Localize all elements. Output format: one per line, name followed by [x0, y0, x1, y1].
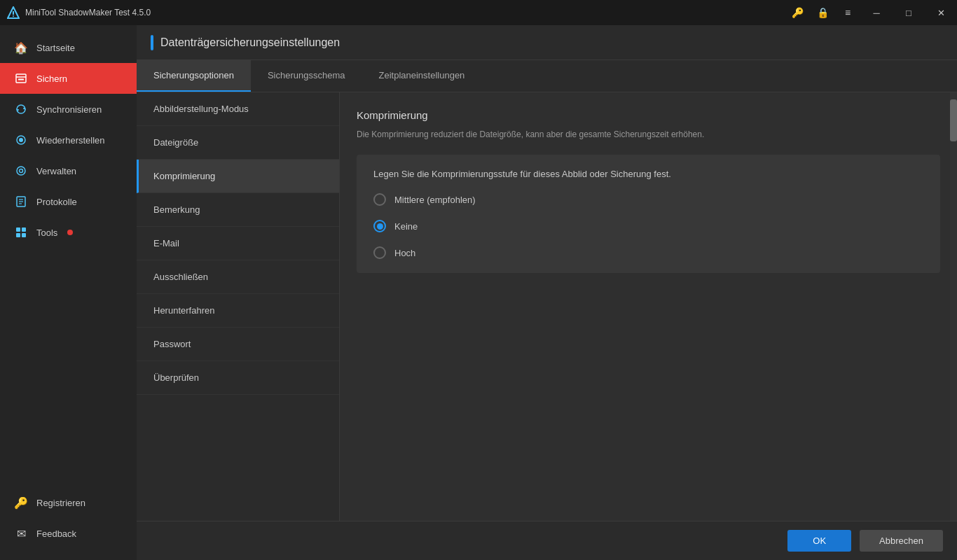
svg-point-2 — [13, 15, 14, 17]
sidebar-label-verwalten: Verwalten — [36, 166, 76, 176]
compression-box: Legen Sie die Komprimierungsstufe für di… — [357, 155, 940, 273]
sidebar-bottom: 🔑 Registrieren ✉ Feedback — [0, 487, 137, 560]
radio-label-mittlere: Mittlere (empfohlen) — [394, 195, 476, 205]
key-nav-icon: 🔑 — [14, 496, 28, 510]
backup-icon — [14, 71, 28, 85]
sidebar-label-registrieren: Registrieren — [36, 498, 85, 508]
tab-zeitplaneinstellungen[interactable]: Zeitplaneinstellungen — [362, 60, 481, 92]
svg-rect-17 — [22, 233, 26, 237]
sidebar-label-startseite: Startseite — [36, 43, 75, 53]
sidebar-label-feedback: Feedback — [36, 528, 76, 539]
maximize-button[interactable]: □ — [893, 0, 925, 25]
sidebar-item-sichern[interactable]: Sichern — [0, 63, 137, 94]
sidebar-label-sichern: Sichern — [36, 74, 67, 84]
radio-hoch[interactable]: Hoch — [373, 246, 923, 259]
option-dateigroesse[interactable]: Dateigröße — [137, 126, 339, 160]
sidebar-item-protokolle[interactable]: Protokolle — [0, 186, 137, 217]
option-detail: Komprimierung Die Komprimierung reduzier… — [340, 92, 957, 521]
sync-icon — [14, 102, 28, 116]
main-layout: 🏠 Startseite Sichern — [0, 25, 957, 560]
two-panel: Abbilderstellung-Modus Dateigröße Kompri… — [137, 92, 957, 521]
lock-icon[interactable]: 🔒 — [811, 0, 834, 25]
page-header: Datenträgersicherungseinstellungen — [137, 25, 957, 60]
log-icon — [14, 195, 28, 209]
sidebar: 🏠 Startseite Sichern — [0, 25, 137, 560]
sidebar-item-feedback[interactable]: ✉ Feedback — [0, 518, 137, 549]
key-icon[interactable]: 🔑 — [786, 0, 808, 25]
close-button[interactable]: ✕ — [925, 0, 957, 25]
scroll-thumb — [950, 99, 957, 141]
option-ausschliessen[interactable]: Ausschließen — [137, 260, 339, 294]
sidebar-label-tools: Tools — [36, 227, 57, 238]
window-controls: ─ □ ✕ — [860, 0, 957, 25]
svg-rect-5 — [18, 79, 24, 80]
radio-circle-mittlere — [373, 193, 386, 206]
sidebar-item-registrieren[interactable]: 🔑 Registrieren — [0, 487, 137, 518]
ok-button[interactable]: OK — [787, 530, 851, 552]
option-komprimierung[interactable]: Komprimierung — [137, 160, 339, 193]
svg-point-8 — [17, 167, 25, 175]
detail-description: Die Komprimierung reduziert die Dateigrö… — [357, 128, 940, 141]
minimize-button[interactable]: ─ — [860, 0, 893, 25]
radio-group: Mittlere (empfohlen) Keine Hoch — [373, 193, 923, 259]
cancel-button[interactable]: Abbrechen — [860, 530, 943, 552]
tools-icon — [14, 225, 28, 239]
sidebar-item-wiederherstellen[interactable]: Wiederherstellen — [0, 125, 137, 155]
option-passwort[interactable]: Passwort — [137, 328, 339, 361]
radio-circle-hoch — [373, 246, 386, 259]
page-title-bar: Datenträgersicherungseinstellungen — [151, 35, 340, 50]
svg-point-9 — [20, 169, 23, 173]
tab-sicherungsoptionen[interactable]: Sicherungsoptionen — [137, 60, 251, 92]
tab-sicherungsschema[interactable]: Sicherungsschema — [251, 60, 362, 92]
option-bemerkung[interactable]: Bemerkung — [137, 193, 339, 227]
detail-title: Komprimierung — [357, 109, 940, 121]
content-area: Datenträgersicherungseinstellungen Siche… — [137, 25, 957, 560]
titlebar-icons: 🔑 🔒 ≡ — [786, 0, 859, 25]
manage-icon — [14, 164, 28, 178]
svg-rect-14 — [16, 227, 20, 232]
option-ueberpruefen[interactable]: Überprüfen — [137, 361, 339, 395]
scrollbar[interactable] — [950, 92, 957, 521]
sidebar-item-synchronisieren[interactable]: Synchronisieren — [0, 94, 137, 125]
sidebar-label-protokolle: Protokolle — [36, 197, 77, 207]
radio-label-keine: Keine — [394, 221, 418, 232]
dialog-content: Sicherungsoptionen Sicherungsschema Zeit… — [137, 60, 957, 521]
home-icon: 🏠 — [14, 41, 28, 55]
radio-mittlere[interactable]: Mittlere (empfohlen) — [373, 193, 923, 206]
sidebar-item-startseite[interactable]: 🏠 Startseite — [0, 32, 137, 63]
restore-icon — [14, 133, 28, 147]
sidebar-label-synchronisieren: Synchronisieren — [36, 104, 102, 115]
page-title: Datenträgersicherungseinstellungen — [160, 36, 340, 49]
svg-rect-3 — [16, 74, 26, 83]
mail-icon: ✉ — [14, 526, 28, 540]
svg-rect-15 — [22, 227, 26, 232]
option-email[interactable]: E-Mail — [137, 227, 339, 260]
sidebar-item-tools[interactable]: Tools — [0, 217, 137, 248]
radio-label-hoch: Hoch — [394, 248, 415, 258]
app-title: MiniTool ShadowMaker Test 4.5.0 — [25, 8, 151, 18]
titlebar: MiniTool ShadowMaker Test 4.5.0 🔑 🔒 ≡ ─ … — [0, 0, 957, 25]
svg-rect-16 — [16, 233, 20, 237]
bottom-bar: OK Abbrechen — [137, 521, 957, 560]
tab-bar: Sicherungsoptionen Sicherungsschema Zeit… — [137, 60, 957, 92]
compression-instruction: Legen Sie die Komprimierungsstufe für di… — [373, 169, 923, 179]
menu-icon[interactable]: ≡ — [836, 0, 859, 25]
option-abbilderstellung[interactable]: Abbilderstellung-Modus — [137, 92, 339, 126]
app-icon — [7, 6, 20, 19]
option-herunterfahren[interactable]: Herunterfahren — [137, 294, 339, 328]
sidebar-label-wiederherstellen: Wiederherstellen — [36, 135, 105, 146]
options-list: Abbilderstellung-Modus Dateigröße Kompri… — [137, 92, 340, 521]
radio-keine[interactable]: Keine — [373, 220, 923, 232]
tools-badge — [67, 230, 73, 235]
title-accent — [151, 35, 153, 50]
sidebar-item-verwalten[interactable]: Verwalten — [0, 155, 137, 186]
radio-circle-keine — [373, 220, 386, 232]
svg-point-7 — [19, 138, 23, 142]
